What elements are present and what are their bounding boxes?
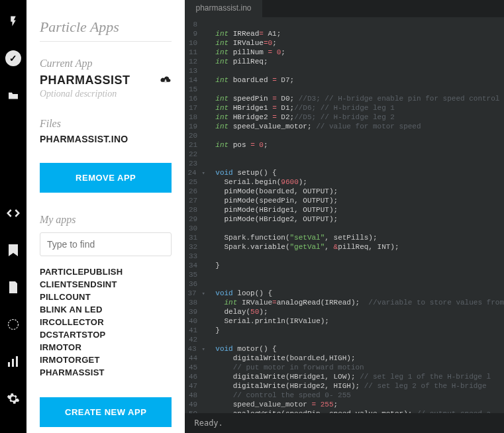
folder-icon[interactable] [4,86,23,105]
line-number: 41 [187,326,206,335]
code-line[interactable]: int pillNum = 0; [215,48,504,57]
code-line[interactable]: int pillReq; [215,57,504,66]
file-name[interactable]: PHARMASSIST.INO [40,134,172,144]
line-number: 42 [187,335,206,344]
app-list-item[interactable]: DCSTARTSTOP [40,330,172,340]
code-line[interactable]: // put motor in forward motion [215,363,504,372]
code-line[interactable]: // control the speed 0- 255 [215,391,504,400]
code-line[interactable] [215,159,504,168]
line-number: 11 [187,48,206,57]
line-number: 45 [187,363,206,372]
app-list-item[interactable]: PILLCOUNT [40,292,172,302]
line-number: 33 [187,252,206,261]
line-number: 30 [187,224,206,233]
code-line[interactable]: } [215,326,504,335]
code-line[interactable]: } [215,261,504,270]
code-line[interactable]: pinMode(speedPin, OUTPUT); [215,196,504,205]
code-line[interactable]: void motor() { [215,344,504,354]
line-number: 13 [187,66,206,75]
line-number: 31 [187,233,206,242]
line-number: 20 [187,131,206,140]
line-number: 22 [187,150,206,159]
code-line[interactable]: int IRValue=analogRead(IRRead); //variab… [215,298,504,307]
flash-icon[interactable] [4,12,23,30]
code-line[interactable]: void loop() { [215,289,504,298]
line-number: 49 [187,400,206,409]
line-number: 16 [187,94,206,103]
code-line[interactable]: digitalWrite(boardLed,HIGH); [215,354,504,363]
code-line[interactable]: Serial.println(IRValue); [215,316,504,326]
line-number: 47 [187,381,206,391]
app-list-item[interactable]: PARTICLEPUBLISH [40,267,172,277]
remove-app-button[interactable]: REMOVE APP [40,163,172,193]
cloud-download-icon[interactable] [160,75,172,87]
line-number: 19 [187,122,206,131]
code-line[interactable]: Serial.begin(9600); [215,177,504,187]
code-line[interactable]: int HBridge2 = D2;//D5; // H-bridge leg … [215,113,504,122]
app-list-item[interactable]: BLINK AN LED [40,305,172,314]
app-list-item[interactable]: IRMOTOR [40,342,172,352]
code-line[interactable]: int IRRead= A1; [215,29,504,38]
code-editor: pharmassist.ino 8 9 10 11 12 13 14 15 16… [185,0,504,433]
line-number: 24 ▾ [187,168,206,177]
chart-icon[interactable] [4,352,23,371]
bookmark-icon[interactable] [4,241,23,260]
current-app-label: Current App [40,58,172,70]
app-list-item[interactable]: IRCOLLECTOR [40,317,172,327]
code-line[interactable] [215,270,504,279]
docs-icon[interactable] [4,278,23,297]
code-line[interactable] [215,20,504,29]
create-app-button[interactable]: CREATE NEW APP [40,397,172,427]
code-line[interactable]: int speed_value_motor; // value for moto… [215,122,504,131]
line-number: 12 [187,57,206,66]
code-line[interactable]: int HBridge1 = D1;//D6; // H-bridge leg … [215,103,504,113]
code-line[interactable] [215,335,504,344]
code-line[interactable] [215,150,504,159]
apps-panel: Particle Apps Current App PHARMASSIST Op… [26,0,185,433]
app-list-item[interactable]: IRMOTORGET [40,355,172,365]
code-line[interactable] [215,224,504,233]
code-line[interactable]: int pos = 0; [215,140,504,150]
app-list-item[interactable]: CLIENTSENDSINT [40,279,172,289]
current-app-name[interactable]: PHARMASSIST [40,73,130,87]
code-line[interactable] [215,85,504,94]
line-number: 18 [187,113,206,122]
code-line[interactable]: void setup() { [215,168,504,177]
settings-icon[interactable] [4,389,23,408]
line-number: 8 [187,20,206,29]
tab-file[interactable]: pharmassist.ino [185,0,262,17]
code-line[interactable]: pinMode(HBridge1, OUTPUT); [215,205,504,215]
code-line[interactable]: int speedPin = D0; //D3; // H-bridge ena… [215,94,504,103]
code-line[interactable]: digitalWrite(HBridge1, LOW); // set leg … [215,372,504,381]
code-line[interactable]: delay(50); [215,307,504,316]
app-list-item[interactable]: PHARMASSIST [40,367,172,377]
line-number: 26 [187,187,206,196]
code-line[interactable]: int boardLed = D7; [215,75,504,85]
code-line[interactable]: int IRValue=0; [215,38,504,48]
code-line[interactable]: pinMode(boardLed, OUTPUT); [215,187,504,196]
target-icon[interactable] [4,315,23,334]
app-list: PARTICLEPUBLISHCLIENTSENDSINTPILLCOUNTBL… [40,267,172,377]
line-number: 21 [187,140,206,150]
code-icon[interactable] [4,204,23,222]
code-area[interactable]: 8 9 10 11 12 13 14 15 16 17 18 19 20 21 … [185,17,504,413]
verify-icon[interactable]: ✓ [4,49,23,68]
code-line[interactable] [215,252,504,261]
code-line[interactable]: pinMode(HBridge2, OUTPUT); [215,215,504,224]
code-content[interactable]: int IRRead= A1;int IRValue=0;int pillNum… [211,17,504,413]
line-number: 14 [187,75,206,85]
line-number: 39 [187,307,206,316]
code-line[interactable] [215,279,504,289]
code-line[interactable] [215,66,504,75]
line-number: 28 [187,205,206,215]
code-line[interactable]: digitalWrite(HBridge2, HIGH); // set leg… [215,381,504,391]
current-app-description[interactable]: Optional description [40,89,172,99]
code-line[interactable]: speed_value_motor = 255; [215,400,504,409]
search-input[interactable] [40,232,172,256]
code-line[interactable] [215,131,504,140]
line-number: 48 [187,391,206,400]
svg-rect-2 [12,359,14,367]
line-number: 25 [187,177,206,187]
code-line[interactable]: Spark.variable("getVal", &pillReq, INT); [215,242,504,252]
code-line[interactable]: Spark.function("setVal", setPills); [215,233,504,242]
